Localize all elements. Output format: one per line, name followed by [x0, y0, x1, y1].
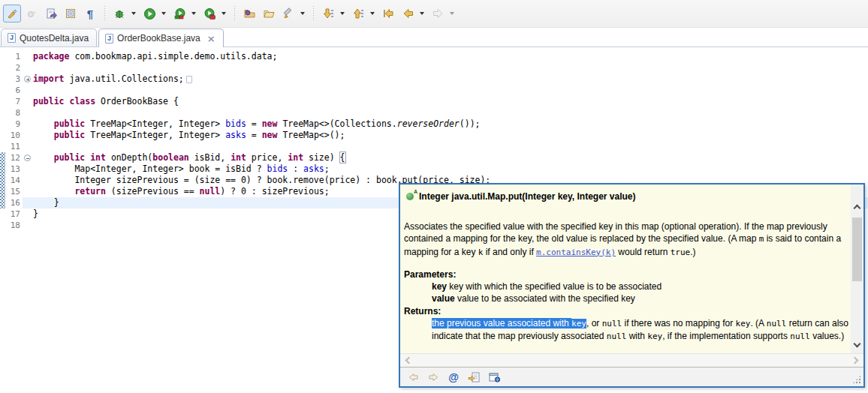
run-external-button[interactable]: [200, 4, 219, 22]
popup-horizontal-scrollbar[interactable]: [400, 353, 863, 367]
fold-column: [23, 164, 33, 175]
tab-close-icon[interactable]: ×: [207, 34, 215, 44]
forward-dropdown[interactable]: [450, 12, 454, 15]
fold-column: [23, 74, 33, 85]
show-source-button[interactable]: [62, 4, 80, 22]
code-text: public TreeMap<Integer, Integer> asks = …: [33, 130, 868, 141]
fold-column: [23, 152, 33, 164]
code-line-1[interactable]: 1package com.bookmap.api.simple.demo.uti…: [0, 51, 868, 62]
back-dropdown[interactable]: [420, 12, 424, 15]
next-annotation-button[interactable]: [319, 4, 337, 22]
previous-annotation-dropdown[interactable]: [370, 12, 375, 15]
code-line-12[interactable]: 12 public int onDepth(boolean isBid, int…: [0, 152, 868, 164]
fold-column: [23, 130, 33, 141]
containskey-link[interactable]: m.containsKey(k): [536, 248, 616, 257]
code-text: [33, 107, 868, 118]
code-line-10[interactable]: 10 public TreeMap<Integer, Integer> asks…: [0, 130, 868, 141]
code-line-6[interactable]: 6: [0, 85, 868, 96]
coverage-button[interactable]: [170, 4, 188, 22]
fold-column: [23, 118, 33, 130]
code-line-11[interactable]: 11: [0, 141, 868, 152]
last-edit-location-button[interactable]: [379, 4, 397, 22]
brush-icon: [6, 8, 18, 20]
code-line-9[interactable]: 9 public TreeMap<Integer, Integer> bids …: [0, 118, 868, 130]
show-in-javadoc-view-button[interactable]: @: [447, 370, 460, 385]
code-text: [33, 85, 868, 96]
run-dropdown[interactable]: [161, 12, 166, 15]
abstract-method-icon: [406, 193, 414, 200]
popup-vertical-scrollbar[interactable]: [851, 184, 863, 353]
show-whitespace-button[interactable]: ¶: [81, 4, 99, 22]
code-text: import java.util.Collections;: [33, 74, 868, 85]
open-declaration-button[interactable]: [467, 370, 481, 385]
code-line-13[interactable]: 13 Map<Integer, Integer> book = isBid ? …: [0, 164, 868, 175]
code-text: public int onDepth(boolean isBid, int pr…: [33, 152, 868, 164]
line-number: 14: [6, 175, 23, 186]
smart-insert-button[interactable]: [23, 4, 41, 22]
line-number: 2: [6, 62, 23, 74]
back-button[interactable]: [399, 4, 417, 22]
expand-icon[interactable]: [24, 76, 31, 82]
toolbar-separator: [234, 6, 235, 21]
code-line-8[interactable]: 8: [0, 107, 868, 118]
mark-occurrences-button[interactable]: [279, 4, 297, 22]
code-line-2[interactable]: 2: [0, 62, 868, 74]
main-toolbar: ¶: [0, 0, 868, 28]
mark-occurrences-dropdown[interactable]: [300, 12, 305, 15]
toggle-highlight-button[interactable]: [3, 4, 21, 22]
run-external-dropdown[interactable]: [222, 12, 226, 15]
toolbar-separator: [104, 6, 105, 21]
debug-dropdown[interactable]: [131, 12, 136, 15]
code-line-3[interactable]: 3import java.util.Collections;: [0, 74, 868, 85]
code-text: [33, 141, 868, 152]
run-button[interactable]: [140, 4, 158, 22]
fold-column: [23, 141, 33, 152]
fold-column: [23, 51, 33, 62]
bug-icon: [113, 8, 125, 20]
popup-content: Integer java.util.Map.put(Integer key, I…: [400, 184, 863, 353]
scroll-left-icon[interactable]: [405, 357, 413, 364]
show-selected-element-button[interactable]: [42, 4, 60, 22]
tab-bar: J QuotesDelta.java J OrderBookBase.java …: [0, 28, 868, 47]
fold-column: [23, 62, 33, 74]
resize-grip[interactable]: [852, 375, 861, 384]
back-bar-arrow-icon: [382, 8, 395, 20]
collapse-icon[interactable]: [24, 154, 31, 161]
param-key: key key with which the specified value i…: [400, 280, 863, 292]
javadoc-hover-popup: Integer java.util.Map.put(Integer key, I…: [399, 183, 865, 388]
previous-annotation-button[interactable]: [349, 4, 367, 22]
scroll-right-icon[interactable]: [851, 357, 859, 364]
coverage-dropdown[interactable]: [191, 12, 196, 15]
fold-column: [23, 85, 33, 96]
tab-QuotesDelta.java[interactable]: J QuotesDelta.java: [1, 28, 97, 46]
pilcrow-icon: ¶: [87, 8, 93, 20]
tab-OrderBookBase.java[interactable]: J OrderBookBase.java ×: [98, 28, 224, 47]
scrollbar-thumb[interactable]: [852, 218, 862, 281]
code-text: package com.bookmap.api.simple.demo.util…: [33, 51, 868, 62]
debug-button[interactable]: [110, 4, 128, 22]
next-annotation-dropdown[interactable]: [340, 12, 345, 15]
line-number: 11: [6, 141, 23, 152]
code-line-7[interactable]: 7public class OrderBookBase {: [0, 96, 868, 107]
line-number: 9: [6, 118, 23, 130]
method-signature: Integer java.util.Map.put(Integer key, I…: [419, 191, 636, 202]
open-resource-button[interactable]: [260, 4, 278, 22]
scroll-down-icon[interactable]: [851, 337, 863, 350]
line-number: 1: [6, 51, 23, 62]
back-arrow-icon: [402, 8, 414, 20]
at-icon: @: [448, 372, 459, 382]
popup-forward-button[interactable]: [426, 370, 440, 385]
forward-button[interactable]: [429, 4, 447, 22]
popup-back-button[interactable]: [406, 370, 420, 385]
doc-goto-icon: [468, 371, 481, 383]
parameters-label: Parameters:: [400, 268, 863, 280]
scroll-up-icon[interactable]: [851, 201, 863, 214]
down-arrow-list-icon: [322, 8, 335, 20]
line-number: 6: [6, 85, 23, 96]
forward-arrow-icon: [432, 8, 445, 20]
framed-doc-icon: [65, 8, 77, 20]
open-type-button[interactable]: [240, 4, 258, 22]
java-file-icon: J: [105, 34, 113, 44]
tab-label: QuotesDelta.java: [20, 33, 89, 44]
open-in-browser-button[interactable]: [487, 370, 501, 385]
